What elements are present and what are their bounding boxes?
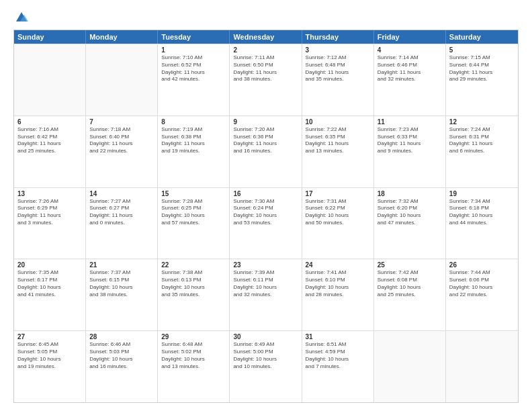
day-number: 11: [378, 118, 442, 126]
cell-info: Sunrise: 7:39 AMSunset: 6:11 PMDaylight:…: [233, 269, 298, 298]
table-row: 13Sunrise: 7:26 AMSunset: 6:29 PMDayligh…: [14, 188, 86, 259]
table-row: [446, 331, 518, 402]
table-row: [374, 331, 446, 402]
table-row: 8Sunrise: 7:19 AMSunset: 6:38 PMDaylight…: [158, 116, 230, 187]
table-row: 12Sunrise: 7:24 AMSunset: 6:31 PMDayligh…: [446, 116, 518, 187]
day-number: 29: [161, 333, 226, 340]
table-row: 31Sunrise: 6:51 AMSunset: 4:59 PMDayligh…: [302, 331, 374, 402]
cell-info: Sunrise: 6:46 AMSunset: 5:03 PMDaylight:…: [89, 341, 154, 370]
cell-info: Sunrise: 7:41 AMSunset: 6:10 PMDaylight:…: [306, 269, 370, 298]
cell-info: Sunrise: 7:10 AMSunset: 6:52 PMDaylight:…: [161, 54, 226, 83]
header-day-saturday: Saturday: [446, 30, 518, 44]
cell-info: Sunrise: 7:34 AMSunset: 6:18 PMDaylight:…: [449, 198, 515, 227]
header-day-thursday: Thursday: [302, 30, 374, 44]
table-row: 28Sunrise: 6:46 AMSunset: 5:03 PMDayligh…: [86, 331, 158, 402]
table-row: [86, 44, 158, 116]
table-row: 5Sunrise: 7:15 AMSunset: 6:44 PMDaylight…: [446, 44, 518, 116]
table-row: 25Sunrise: 7:42 AMSunset: 6:08 PMDayligh…: [374, 259, 446, 330]
cell-info: Sunrise: 7:15 AMSunset: 6:44 PMDaylight:…: [449, 54, 515, 83]
day-number: 30: [233, 333, 298, 340]
table-row: 2Sunrise: 7:11 AMSunset: 6:50 PMDaylight…: [230, 44, 302, 116]
header: [13, 11, 519, 24]
cell-info: Sunrise: 7:30 AMSunset: 6:24 PMDaylight:…: [233, 198, 298, 227]
cell-info: Sunrise: 7:32 AMSunset: 6:20 PMDaylight:…: [378, 198, 442, 227]
day-number: 20: [17, 261, 82, 269]
day-number: 15: [161, 190, 226, 197]
cell-info: Sunrise: 7:22 AMSunset: 6:35 PMDaylight:…: [306, 126, 370, 155]
day-number: 27: [17, 333, 82, 340]
day-number: 17: [306, 190, 370, 197]
table-row: 20Sunrise: 7:35 AMSunset: 6:17 PMDayligh…: [14, 259, 86, 330]
cell-info: Sunrise: 7:14 AMSunset: 6:46 PMDaylight:…: [378, 54, 442, 83]
header-day-wednesday: Wednesday: [230, 30, 302, 44]
day-number: 25: [378, 261, 442, 269]
cell-info: Sunrise: 6:48 AMSunset: 5:02 PMDaylight:…: [161, 341, 226, 370]
day-number: 14: [89, 190, 154, 197]
cell-info: Sunrise: 7:24 AMSunset: 6:31 PMDaylight:…: [449, 126, 515, 155]
day-number: 24: [306, 261, 370, 269]
table-row: 23Sunrise: 7:39 AMSunset: 6:11 PMDayligh…: [230, 259, 302, 330]
cell-info: Sunrise: 7:26 AMSunset: 6:29 PMDaylight:…: [17, 198, 82, 227]
table-row: 15Sunrise: 7:28 AMSunset: 6:25 PMDayligh…: [158, 188, 230, 259]
logo-icon: [15, 11, 28, 24]
day-number: 5: [449, 46, 515, 54]
table-row: 1Sunrise: 7:10 AMSunset: 6:52 PMDaylight…: [158, 44, 230, 116]
cell-info: Sunrise: 7:23 AMSunset: 6:33 PMDaylight:…: [378, 126, 442, 155]
table-row: 3Sunrise: 7:12 AMSunset: 6:48 PMDaylight…: [302, 44, 374, 116]
table-row: 4Sunrise: 7:14 AMSunset: 6:46 PMDaylight…: [374, 44, 446, 116]
table-row: 21Sunrise: 7:37 AMSunset: 6:15 PMDayligh…: [86, 259, 158, 330]
calendar-week-4: 20Sunrise: 7:35 AMSunset: 6:17 PMDayligh…: [14, 259, 518, 330]
day-number: 7: [89, 118, 154, 126]
cell-info: Sunrise: 7:38 AMSunset: 6:13 PMDaylight:…: [161, 269, 226, 298]
table-row: 7Sunrise: 7:18 AMSunset: 6:40 PMDaylight…: [86, 116, 158, 187]
cell-info: Sunrise: 7:11 AMSunset: 6:50 PMDaylight:…: [233, 54, 298, 83]
cell-info: Sunrise: 7:18 AMSunset: 6:40 PMDaylight:…: [89, 126, 154, 155]
cell-info: Sunrise: 7:28 AMSunset: 6:25 PMDaylight:…: [161, 198, 226, 227]
day-number: 6: [17, 118, 82, 126]
header-day-friday: Friday: [374, 30, 446, 44]
table-row: 24Sunrise: 7:41 AMSunset: 6:10 PMDayligh…: [302, 259, 374, 330]
calendar-header: SundayMondayTuesdayWednesdayThursdayFrid…: [14, 30, 518, 44]
calendar: SundayMondayTuesdayWednesdayThursdayFrid…: [13, 30, 519, 403]
cell-info: Sunrise: 7:31 AMSunset: 6:22 PMDaylight:…: [306, 198, 370, 227]
cell-info: Sunrise: 6:45 AMSunset: 5:05 PMDaylight:…: [17, 341, 82, 370]
cell-info: Sunrise: 7:16 AMSunset: 6:42 PMDaylight:…: [17, 126, 82, 155]
day-number: 9: [233, 118, 298, 126]
table-row: 9Sunrise: 7:20 AMSunset: 6:36 PMDaylight…: [230, 116, 302, 187]
table-row: 30Sunrise: 6:49 AMSunset: 5:00 PMDayligh…: [230, 331, 302, 402]
table-row: 18Sunrise: 7:32 AMSunset: 6:20 PMDayligh…: [374, 188, 446, 259]
table-row: 10Sunrise: 7:22 AMSunset: 6:35 PMDayligh…: [302, 116, 374, 187]
day-number: 23: [233, 261, 298, 269]
day-number: 12: [449, 118, 515, 126]
day-number: 22: [161, 261, 226, 269]
day-number: 28: [89, 333, 154, 340]
table-row: [14, 44, 86, 116]
table-row: 17Sunrise: 7:31 AMSunset: 6:22 PMDayligh…: [302, 188, 374, 259]
cell-info: Sunrise: 7:20 AMSunset: 6:36 PMDaylight:…: [233, 126, 298, 155]
table-row: 16Sunrise: 7:30 AMSunset: 6:24 PMDayligh…: [230, 188, 302, 259]
calendar-week-3: 13Sunrise: 7:26 AMSunset: 6:29 PMDayligh…: [14, 187, 518, 259]
calendar-week-5: 27Sunrise: 6:45 AMSunset: 5:05 PMDayligh…: [14, 330, 518, 402]
day-number: 31: [306, 333, 370, 340]
cell-info: Sunrise: 6:51 AMSunset: 4:59 PMDaylight:…: [306, 341, 370, 370]
cell-info: Sunrise: 7:42 AMSunset: 6:08 PMDaylight:…: [378, 269, 442, 298]
cell-info: Sunrise: 7:27 AMSunset: 6:27 PMDaylight:…: [89, 198, 154, 227]
cell-info: Sunrise: 7:19 AMSunset: 6:38 PMDaylight:…: [161, 126, 226, 155]
table-row: 19Sunrise: 7:34 AMSunset: 6:18 PMDayligh…: [446, 188, 518, 259]
logo: [13, 11, 28, 24]
day-number: 10: [306, 118, 370, 126]
day-number: 19: [449, 190, 515, 197]
header-day-tuesday: Tuesday: [158, 30, 230, 44]
table-row: 22Sunrise: 7:38 AMSunset: 6:13 PMDayligh…: [158, 259, 230, 330]
day-number: 1: [161, 46, 226, 54]
day-number: 26: [449, 261, 515, 269]
table-row: 26Sunrise: 7:44 AMSunset: 6:06 PMDayligh…: [446, 259, 518, 330]
table-row: 14Sunrise: 7:27 AMSunset: 6:27 PMDayligh…: [86, 188, 158, 259]
cell-info: Sunrise: 7:37 AMSunset: 6:15 PMDaylight:…: [89, 269, 154, 298]
table-row: 27Sunrise: 6:45 AMSunset: 5:05 PMDayligh…: [14, 331, 86, 402]
cell-info: Sunrise: 7:44 AMSunset: 6:06 PMDaylight:…: [449, 269, 515, 298]
cell-info: Sunrise: 6:49 AMSunset: 5:00 PMDaylight:…: [233, 341, 298, 370]
day-number: 16: [233, 190, 298, 197]
table-row: 11Sunrise: 7:23 AMSunset: 6:33 PMDayligh…: [374, 116, 446, 187]
table-row: 6Sunrise: 7:16 AMSunset: 6:42 PMDaylight…: [14, 116, 86, 187]
